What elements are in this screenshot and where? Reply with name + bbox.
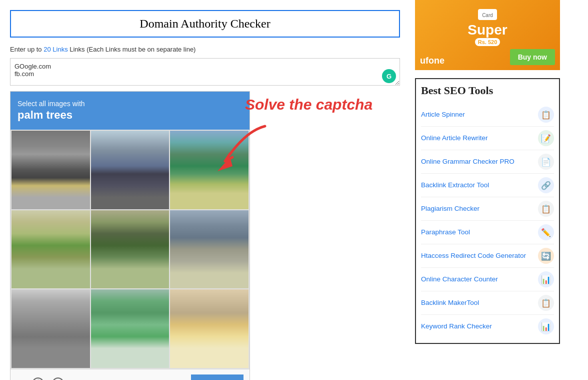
tool-item-2[interactable]: Online Grammar Checker PRO📄 xyxy=(421,150,554,174)
captcha-cell-3[interactable] xyxy=(170,131,248,209)
url-textarea[interactable]: GOogle.com fb.com xyxy=(10,58,400,86)
tool-item-0[interactable]: Article Spinner📋 xyxy=(421,103,554,127)
verify-button[interactable]: VERIFY xyxy=(191,374,244,380)
tool-name-8: Backlink MakerTool xyxy=(421,298,534,307)
tool-icon-9: 📊 xyxy=(538,318,554,334)
grammarly-icon: G xyxy=(382,69,396,83)
ad-price-badge: Rs. 520 xyxy=(475,38,500,46)
ad-ufone-logo: ufone xyxy=(420,56,444,66)
tool-item-3[interactable]: Backlink Extractor Tool🔗 xyxy=(421,174,554,197)
tool-name-5: Paraphrase Tool xyxy=(421,228,534,237)
captcha-cell-2[interactable] xyxy=(91,131,170,209)
captcha-widget: Select all images with palm trees xyxy=(10,91,250,380)
captcha-image-grid xyxy=(10,130,250,369)
tool-name-4: Plagiarism Checker xyxy=(421,204,534,213)
captcha-audio-icon[interactable]: 🎧 xyxy=(32,377,44,380)
tool-name-7: Online Character Counter xyxy=(421,275,534,284)
ad-super-text: Super xyxy=(468,22,507,38)
seo-tools-title: Best SEO Tools xyxy=(421,84,554,97)
tool-icon-2: 📄 xyxy=(538,154,554,170)
captcha-subject-text: palm trees xyxy=(18,109,242,122)
tool-name-6: Htaccess Redirect Code Generator xyxy=(421,251,534,260)
ad-buy-now-button[interactable]: Buy now xyxy=(510,49,555,65)
tool-item-9[interactable]: Keyword Rank Checker📊 xyxy=(421,315,554,338)
tool-item-8[interactable]: Backlink MakerTool📋 xyxy=(421,291,554,315)
solve-captcha-text: Solve the captcha xyxy=(245,96,372,113)
tool-icon-7: 📊 xyxy=(538,271,554,287)
tool-name-1: Online Article Rewriter xyxy=(421,134,534,143)
page-title: Domain Authority Checker xyxy=(10,10,400,38)
ad-banner[interactable]: Card Super Rs. 520 ufone Buy now xyxy=(415,0,560,70)
tool-icon-1: 📝 xyxy=(538,130,554,146)
captcha-footer: ↺ 🎧 ℹ VERIFY xyxy=(10,369,250,380)
captcha-cell-4[interactable] xyxy=(12,210,90,289)
tool-icon-4: 📋 xyxy=(538,201,554,217)
instruction-text: Enter up to 20 Links Links (Each Links m… xyxy=(10,46,400,53)
captcha-cell-5[interactable] xyxy=(91,210,170,289)
tool-icon-3: 🔗 xyxy=(538,177,554,193)
url-input-wrapper: GOogle.com fb.com G xyxy=(10,58,400,87)
tool-icon-6: 🔄 xyxy=(538,248,554,264)
captcha-cell-6[interactable] xyxy=(170,210,248,289)
captcha-info-icon[interactable]: ℹ xyxy=(52,377,64,380)
tool-icon-8: 📋 xyxy=(538,295,554,311)
tool-icon-5: ✏️ xyxy=(538,224,554,240)
captcha-cell-9[interactable] xyxy=(170,289,248,368)
tool-item-5[interactable]: Paraphrase Tool✏️ xyxy=(421,221,554,244)
tool-name-3: Backlink Extractor Tool xyxy=(421,181,534,190)
captcha-cell-7[interactable] xyxy=(12,289,90,368)
captcha-reload-icon[interactable]: ↺ xyxy=(16,378,24,380)
tool-item-7[interactable]: Online Character Counter📊 xyxy=(421,268,554,291)
tool-item-6[interactable]: Htaccess Redirect Code Generator🔄 xyxy=(421,244,554,268)
seo-tools-list: Article Spinner📋Online Article Rewriter📝… xyxy=(421,103,554,338)
captcha-select-text: Select all images with xyxy=(18,100,85,108)
seo-tools-box: Best SEO Tools Article Spinner📋Online Ar… xyxy=(415,78,560,344)
captcha-footer-icons: ↺ 🎧 ℹ xyxy=(16,377,64,380)
captcha-cell-1[interactable] xyxy=(12,131,90,209)
captcha-cell-8[interactable] xyxy=(91,289,170,368)
tool-name-9: Keyword Rank Checker xyxy=(421,322,534,331)
tool-name-2: Online Grammar Checker PRO xyxy=(421,157,534,166)
captcha-header: Select all images with palm trees xyxy=(10,92,250,130)
tool-item-1[interactable]: Online Article Rewriter📝 xyxy=(421,127,554,150)
tool-icon-0: 📋 xyxy=(538,107,554,123)
tool-item-4[interactable]: Plagiarism Checker📋 xyxy=(421,197,554,221)
sidebar: Card Super Rs. 520 ufone Buy now Best SE… xyxy=(410,0,565,380)
tool-name-0: Article Spinner xyxy=(421,110,534,119)
